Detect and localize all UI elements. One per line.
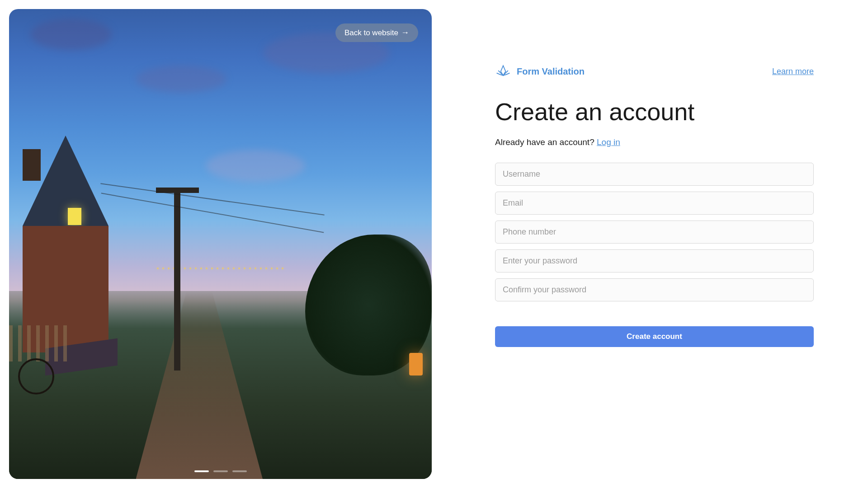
subtitle-text: Already have an account? [495, 137, 597, 147]
hero-image-panel: Back to website → [0, 0, 441, 488]
username-input[interactable] [495, 163, 814, 186]
page-title: Create an account [495, 98, 814, 126]
carousel-dot-1[interactable] [194, 470, 209, 472]
email-input[interactable] [495, 192, 814, 215]
signup-form: Create account [495, 163, 814, 347]
hero-image: Back to website → [9, 9, 432, 479]
header-row: Form Validation Learn more [495, 63, 814, 80]
brand: Form Validation [495, 63, 585, 80]
confirm-password-input[interactable] [495, 278, 814, 301]
back-button-label: Back to website [344, 28, 398, 38]
arrow-right-icon: → [401, 28, 409, 38]
carousel-indicator [194, 470, 247, 472]
carousel-dot-3[interactable] [232, 470, 247, 472]
carousel-dot-2[interactable] [213, 470, 228, 472]
brand-name: Form Validation [517, 66, 585, 77]
form-panel: Form Validation Learn more Create an acc… [441, 0, 868, 488]
password-input[interactable] [495, 249, 814, 272]
learn-more-link[interactable]: Learn more [772, 67, 814, 76]
back-to-website-button[interactable]: Back to website → [335, 23, 418, 42]
login-link[interactable]: Log in [597, 137, 620, 147]
subtitle: Already have an account? Log in [495, 137, 814, 147]
phone-input[interactable] [495, 221, 814, 244]
lotus-icon [495, 63, 511, 80]
create-account-button[interactable]: Create account [495, 326, 814, 347]
